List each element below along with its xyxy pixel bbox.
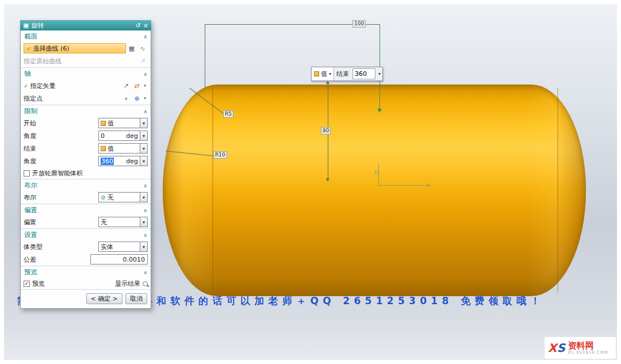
start-angle-unit: deg — [126, 132, 138, 140]
preview-checkbox-label: 预览 — [32, 279, 45, 288]
boolean-row-label: 布尔 — [24, 193, 36, 202]
watermark-logo-s: S — [557, 341, 565, 355]
start-label: 开始 — [24, 119, 36, 128]
start-angle-label: 角度 — [24, 132, 36, 140]
tolerance-label: 公差 — [24, 255, 36, 264]
sketch-handle[interactable] — [375, 171, 378, 174]
section-header-axis[interactable]: 轴 ∧ — [21, 67, 151, 79]
dim-width-label[interactable]: 100 — [352, 20, 366, 28]
sketch-line-horizontal — [378, 185, 428, 186]
chevron-down-icon[interactable]: ▾ — [140, 156, 148, 166]
boolean-label: 布尔 — [24, 181, 37, 190]
body-type-dropdown[interactable]: 实体 ▾ — [98, 242, 148, 252]
dim-radius1-label[interactable]: R5 — [223, 110, 233, 118]
tolerance-input[interactable]: 0.0010 — [90, 254, 148, 265]
end-angle-dropdown-icon[interactable]: ▾ — [377, 67, 382, 81]
start-angle-input[interactable]: 0 deg ▾ — [98, 131, 148, 141]
tolerance-value: 0.0010 — [123, 256, 145, 263]
reverse-direction-icon[interactable]: ⇄ — [132, 81, 142, 91]
collapse-icon[interactable]: ∧ — [143, 109, 147, 114]
cylinder-seam-left — [212, 88, 213, 293]
cancel-button[interactable]: 取消 — [125, 293, 147, 304]
select-curve-label: 选择曲线 (6) — [33, 44, 69, 53]
curve-rule-icon[interactable]: ∿ — [137, 43, 148, 53]
start-mode-value: 值 — [108, 119, 114, 128]
body-type-value: 实体 — [101, 243, 113, 251]
offset-label: 偏置 — [24, 206, 37, 214]
preview-checkbox[interactable]: ✓ — [24, 281, 30, 287]
collapse-icon[interactable]: ∧ — [143, 208, 147, 213]
vector-dropdown-icon[interactable]: ▾ — [142, 81, 148, 91]
magnifier-icon — [143, 281, 148, 286]
start-angle-value: 0 — [101, 132, 126, 140]
limit-mode-dropdown[interactable]: 值 ▾ — [312, 67, 334, 81]
cylinder-seam-right — [557, 88, 558, 293]
open-profile-checkbox[interactable] — [24, 170, 30, 177]
chevron-down-icon[interactable]: ▾ — [140, 118, 148, 128]
watermark-logo-x: X — [548, 341, 557, 355]
onscreen-input-toolbar: 值 ▾ 结束 360 ▾ — [311, 67, 383, 81]
point-icon[interactable]: ⊕ — [132, 93, 142, 104]
chevron-down-icon[interactable]: ▾ — [140, 217, 148, 227]
curve-collector-icon[interactable]: ▦ — [126, 43, 137, 53]
boolean-dropdown[interactable]: ⊘ 无 ▾ — [98, 192, 148, 202]
close-icon[interactable]: × — [143, 22, 148, 29]
chevron-down-icon[interactable]: ▾ — [140, 242, 148, 252]
dialog-titlebar[interactable]: ▣ 旋转 ↺ × — [20, 20, 151, 30]
section-header-preview[interactable]: 预览 ∧ — [21, 266, 151, 278]
show-result-label: 显示结果 — [115, 279, 140, 288]
preview-label: 预览 — [24, 268, 37, 277]
collapse-icon[interactable]: ∧ — [143, 183, 147, 189]
value-option-icon — [101, 121, 106, 126]
dim-radius2-label[interactable]: R10 — [213, 151, 227, 159]
offset-row-label: 偏置 — [24, 218, 36, 227]
end-angle-unit: deg — [126, 158, 138, 165]
select-curve-field[interactable]: ✓ 选择曲线 (6) — [24, 43, 126, 53]
value-option-icon — [314, 71, 319, 76]
collapse-icon[interactable]: ∧ — [143, 34, 147, 40]
end-angle-label: 结束 — [334, 67, 351, 81]
end-angle-value: 360 — [355, 70, 367, 78]
collapse-icon[interactable]: ∧ — [143, 232, 147, 238]
chevron-down-icon[interactable]: ▾ — [140, 192, 148, 202]
dialog-icon: ▣ — [23, 22, 29, 29]
end-angle-input[interactable]: 360 deg ▾ — [98, 156, 148, 166]
offset-dropdown[interactable]: 无 ▾ — [98, 217, 148, 227]
section-header-limits[interactable]: 限制 ∧ — [21, 105, 151, 117]
show-result-button[interactable]: 显示结果 — [115, 279, 148, 288]
chevron-down-icon[interactable]: ▾ — [140, 131, 148, 141]
watermark-logo: XS — [548, 342, 565, 354]
axis-arrow-icon — [377, 109, 382, 113]
end-mode-dropdown[interactable]: 值 ▾ — [98, 143, 148, 154]
dialog-title: 旋转 — [31, 21, 133, 30]
check-icon: ✓ — [24, 83, 28, 89]
body-type-label: 体类型 — [24, 243, 43, 251]
dim-extension-line-left — [205, 24, 205, 89]
collapse-icon[interactable]: ∧ — [143, 270, 147, 275]
point-dropdown-icon[interactable]: ▾ — [142, 93, 148, 104]
section-header-boolean[interactable]: 布尔 ∧ — [21, 179, 151, 191]
section-header-offset[interactable]: 偏置 ∧ — [21, 204, 151, 216]
specify-point-label: 指定点 — [24, 94, 43, 103]
reset-icon[interactable]: ↺ — [136, 22, 141, 29]
end-angle-value: 360 — [101, 158, 114, 165]
offset-value: 无 — [101, 218, 107, 227]
vector-dialog-icon[interactable]: ↗ — [121, 81, 131, 91]
dim-arrow-down-icon — [326, 178, 329, 182]
dim-height-label[interactable]: 80 — [321, 127, 331, 135]
chevron-down-icon[interactable]: ▾ — [140, 143, 148, 154]
point-dialog-icon[interactable]: ＋ — [121, 93, 131, 104]
sketch-arrow-icon — [427, 183, 431, 187]
collapse-icon[interactable]: ∧ — [143, 71, 147, 77]
end-label: 结束 — [24, 144, 36, 153]
chevron-down-icon: ▾ — [329, 71, 331, 76]
section-header-section[interactable]: 截面 ∧ — [21, 30, 151, 42]
start-mode-dropdown[interactable]: 值 ▾ — [98, 118, 148, 128]
none-icon: ⊘ — [101, 194, 105, 201]
end-angle-input[interactable]: 360 — [352, 68, 375, 79]
app-window: 100 80 R5 R10 值 ▾ 结束 360 ▾ — [0, 0, 621, 364]
check-icon: ✓ — [26, 45, 31, 52]
section-header-settings[interactable]: 设置 ∧ — [21, 228, 151, 240]
section-label: 截面 — [24, 32, 37, 41]
ok-button[interactable]: < 确定 > — [86, 293, 122, 304]
